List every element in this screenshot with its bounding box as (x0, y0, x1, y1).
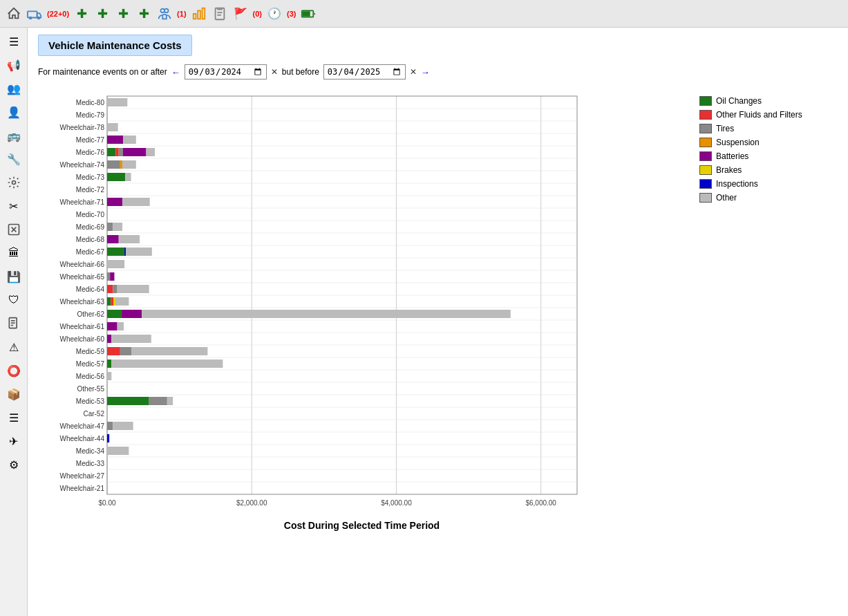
sidebar-cancel-icon[interactable] (3, 218, 25, 241)
svg-rect-56 (107, 173, 125, 181)
sidebar-announce-icon[interactable]: 📢 (3, 54, 25, 76)
sidebar-scissor-icon[interactable]: ✂ (3, 195, 25, 217)
legend-color-swatch (699, 151, 712, 161)
clear-from-button[interactable]: ✕ (271, 67, 278, 77)
svg-rect-69 (113, 223, 122, 231)
legend-item: Tires (699, 124, 838, 133)
sidebar-box-icon[interactable]: 📦 (3, 383, 25, 405)
svg-rect-68 (107, 223, 113, 231)
svg-text:$6,000.00: $6,000.00 (525, 499, 556, 507)
but-before-label: but before (282, 67, 319, 77)
home-icon[interactable] (6, 6, 22, 22)
svg-rect-108 (107, 335, 111, 343)
svg-text:Medic-34: Medic-34 (76, 447, 105, 455)
sidebar-list-icon[interactable]: ☰ (3, 407, 25, 429)
legend-color-swatch (699, 124, 712, 133)
svg-rect-127 (149, 397, 167, 405)
svg-text:Wheelchair-63: Wheelchair-63 (60, 298, 105, 306)
svg-rect-48 (146, 148, 155, 156)
svg-rect-13 (303, 12, 310, 16)
svg-rect-47 (123, 148, 146, 156)
svg-rect-46 (119, 148, 123, 156)
flag-icon[interactable]: 🚩 (232, 6, 249, 22)
svg-rect-99 (107, 310, 122, 318)
battery-icon[interactable] (300, 6, 317, 22)
svg-rect-44 (107, 148, 116, 156)
svg-rect-134 (113, 422, 133, 430)
add-icon4[interactable]: ✚ (135, 6, 152, 22)
legend-item: Other (699, 193, 838, 203)
chart-icon[interactable] (191, 6, 207, 22)
sidebar-circle-icon[interactable]: ⭕ (3, 360, 25, 382)
sidebar: ☰ 📢 👥 👤 🚌 🔧 ✂ 🏛 💾 🛡 (0, 28, 28, 616)
svg-rect-51 (107, 160, 120, 169)
svg-text:Medic-56: Medic-56 (76, 373, 105, 380)
svg-rect-63 (122, 198, 150, 206)
legend-label: Suspension (716, 138, 760, 147)
next-arrow[interactable]: → (421, 67, 430, 77)
add-icon3[interactable]: ✚ (115, 6, 131, 22)
flag-badge: (0) (253, 10, 262, 18)
svg-rect-85 (110, 272, 114, 281)
date-from-input[interactable] (185, 64, 267, 80)
main-layout: ☰ 📢 👥 👤 🚌 🔧 ✂ 🏛 💾 🛡 (0, 28, 848, 616)
sidebar-user-icon[interactable]: 👤 (3, 101, 25, 123)
add-person-icon[interactable]: ✚ (73, 6, 90, 22)
svg-point-4 (164, 8, 169, 12)
sidebar-warning-icon[interactable]: ⚠ (3, 336, 25, 358)
svg-rect-94 (111, 297, 113, 306)
legend-item: Brakes (699, 165, 838, 175)
vehicle-badge: (22+0) (47, 10, 69, 18)
svg-text:$4,000.00: $4,000.00 (381, 499, 412, 507)
sidebar-save-icon[interactable]: 💾 (3, 265, 25, 288)
people-icon[interactable] (156, 6, 173, 22)
svg-rect-62 (107, 198, 122, 206)
legend-color-swatch (699, 179, 712, 189)
sidebar-users-icon[interactable]: 👥 (3, 77, 25, 100)
sidebar-gear-icon[interactable] (3, 171, 25, 194)
svg-rect-114 (132, 347, 208, 355)
add-icon2[interactable]: ✚ (94, 6, 111, 22)
svg-rect-72 (107, 235, 119, 243)
legend-label: Tires (716, 124, 734, 133)
svg-rect-41 (123, 136, 136, 144)
svg-text:$2,000.00: $2,000.00 (236, 499, 267, 507)
sidebar-shield-icon[interactable]: 🛡 (3, 289, 25, 311)
legend-color-swatch (699, 165, 712, 175)
legend-label: Batteries (716, 151, 748, 161)
sidebar-nav-icon[interactable]: ✈ (3, 430, 25, 452)
date-to-input[interactable] (323, 64, 406, 80)
truck-icon[interactable] (26, 6, 43, 22)
clock-icon[interactable]: 🕐 (266, 6, 283, 22)
people-badge: (1) (177, 10, 186, 18)
sidebar-vehicle-icon[interactable]: 🚌 (3, 124, 25, 147)
svg-rect-32 (107, 98, 127, 106)
legend-item: Suspension (699, 138, 838, 147)
svg-rect-5 (193, 14, 196, 19)
svg-rect-88 (107, 285, 113, 293)
svg-rect-128 (167, 397, 173, 405)
legend-item: Other Fluids and Filters (699, 110, 838, 120)
clipboard-icon[interactable] (211, 6, 228, 22)
prev-arrow[interactable]: ← (171, 67, 180, 77)
legend-label: Oil Changes (716, 96, 762, 106)
legend-item: Batteries (699, 151, 838, 161)
svg-text:Wheelchair-61: Wheelchair-61 (60, 323, 105, 330)
svg-text:Medic-53: Medic-53 (76, 398, 105, 405)
sidebar-report-icon[interactable] (3, 312, 25, 335)
sidebar-settings-icon[interactable]: ⚙ (3, 454, 25, 476)
sidebar-bank-icon[interactable]: 🏛 (3, 242, 25, 264)
svg-rect-7 (202, 8, 205, 19)
svg-text:Wheelchair-21: Wheelchair-21 (60, 485, 105, 492)
svg-text:Medic-73: Medic-73 (76, 174, 105, 181)
clear-to-button[interactable]: ✕ (410, 67, 417, 77)
sidebar-wrench-icon[interactable]: 🔧 (3, 148, 25, 170)
svg-rect-118 (111, 360, 223, 368)
svg-rect-76 (107, 248, 124, 256)
legend: Oil ChangesOther Fluids and FiltersTires… (699, 89, 838, 531)
svg-rect-112 (107, 347, 120, 355)
filter-row: For maintenance events on or after ← ✕ b… (38, 64, 838, 80)
svg-rect-96 (115, 297, 129, 306)
svg-rect-78 (126, 248, 152, 256)
sidebar-menu-icon[interactable]: ☰ (3, 30, 25, 53)
